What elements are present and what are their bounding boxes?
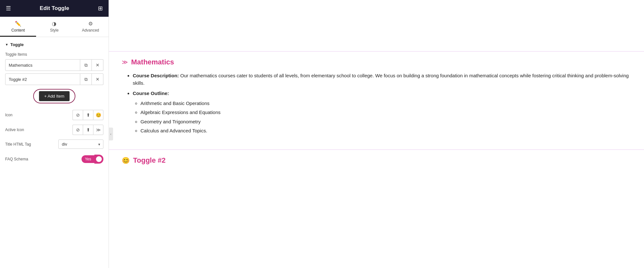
tabs-bar: ✏️ Content ◑ Style ⚙ Advanced xyxy=(0,17,109,37)
toggle-item-1-input[interactable] xyxy=(5,59,80,71)
style-tab-label: Style xyxy=(50,28,59,33)
outline-item-1: Arithmetic and Basic Operations xyxy=(140,100,631,107)
tab-advanced[interactable]: ⚙ Advanced xyxy=(72,17,109,37)
content-tab-label: Content xyxy=(11,28,25,33)
toggle2-section: 😊 Toggle #2 xyxy=(109,150,644,171)
outline-item-4: Calculus and Advanced Topics. xyxy=(140,127,631,135)
course-list: Course Description: Our mathematics cour… xyxy=(125,72,631,135)
tab-style[interactable]: ◑ Style xyxy=(36,17,72,37)
toggle2-icon: 😊 xyxy=(122,157,130,164)
title-html-tag-label: Title HTML Tag xyxy=(5,142,58,147)
hamburger-icon[interactable]: ☰ xyxy=(6,5,11,12)
course-description-label: Course Description: xyxy=(133,73,179,78)
mathematics-header[interactable]: ≫ Mathematics xyxy=(122,58,631,66)
mathematics-icon: ≫ xyxy=(122,59,128,66)
faq-schema-label: FAQ Schema xyxy=(5,157,82,161)
content-tab-icon: ✏️ xyxy=(15,21,21,27)
active-icon-controls: ⊘ ⬆ ≫ xyxy=(72,125,103,135)
faq-schema-toggle[interactable]: Yes xyxy=(82,155,103,164)
faq-schema-knob xyxy=(94,155,103,164)
sidebar-content: ▼ Toggle Toggle Items ⧉ ✕ ⧉ ✕ + Add Item… xyxy=(0,37,109,268)
toggle-item-1-copy[interactable]: ⧉ xyxy=(80,59,92,71)
toggle-item-2-delete[interactable]: ✕ xyxy=(92,73,103,85)
toggle-item-2-copy[interactable]: ⧉ xyxy=(80,73,92,85)
add-item-circle-outline: + Add Item xyxy=(33,89,75,103)
grid-icon[interactable]: ⊞ xyxy=(98,5,103,12)
icon-label: Icon xyxy=(5,113,72,117)
course-outline-item: Course Outline: Arithmetic and Basic Ope… xyxy=(133,90,631,135)
icon-emoji-btn[interactable]: 😊 xyxy=(93,110,103,120)
main-content: ≫ Mathematics Course Description: Our ma… xyxy=(109,0,644,268)
faq-schema-circle xyxy=(96,156,102,162)
toggle-item-2: ⧉ ✕ xyxy=(5,73,103,85)
faq-schema-yes-label: Yes xyxy=(82,155,94,163)
toggle-items-label: Toggle Items xyxy=(5,52,103,57)
advanced-tab-icon: ⚙ xyxy=(88,21,93,27)
faq-schema-row: FAQ Schema Yes xyxy=(5,155,103,164)
sidebar-title: Edit Toggle xyxy=(40,5,69,12)
toggle-section-header[interactable]: ▼ Toggle xyxy=(5,42,103,47)
course-outline-label: Course Outline: xyxy=(133,91,169,96)
tab-content[interactable]: ✏️ Content xyxy=(0,17,36,37)
section-title: Toggle xyxy=(10,42,24,47)
outline-sub-list: Arithmetic and Basic Operations Algebrai… xyxy=(133,100,631,135)
toggle-item-1: ⧉ ✕ xyxy=(5,59,103,71)
outline-item-3: Geometry and Trigonometry xyxy=(140,118,631,126)
toggle-item-2-input[interactable] xyxy=(5,73,80,85)
add-item-button[interactable]: + Add Item xyxy=(39,91,70,101)
mathematics-title: Mathematics xyxy=(131,58,174,66)
active-icon-clear-btn[interactable]: ⊘ xyxy=(72,125,83,135)
add-item-wrapper: + Add Item xyxy=(5,89,103,103)
section-collapse-arrow: ▼ xyxy=(5,43,8,46)
course-description-item: Course Description: Our mathematics cour… xyxy=(133,72,631,87)
advanced-tab-label: Advanced xyxy=(82,28,99,33)
course-description-text: Our mathematics courses cater to student… xyxy=(133,73,629,86)
icon-controls: ⊘ ⬆ 😊 xyxy=(72,110,103,120)
toggle2-title: Toggle #2 xyxy=(133,156,166,165)
sidebar: ☰ Edit Toggle ⊞ ✏️ Content ◑ Style ⚙ Adv… xyxy=(0,0,109,268)
mathematics-section: ≫ Mathematics Course Description: Our ma… xyxy=(109,52,644,150)
toggle2-header[interactable]: 😊 Toggle #2 xyxy=(122,156,631,165)
main-top-space xyxy=(109,0,644,52)
active-icon-arrows-btn[interactable]: ≫ xyxy=(93,125,103,135)
sidebar-collapse-tab[interactable]: ‹ xyxy=(109,128,113,140)
sidebar-header: ☰ Edit Toggle ⊞ xyxy=(0,0,109,17)
active-icon-upload-btn[interactable]: ⬆ xyxy=(83,125,93,135)
toggle-item-1-delete[interactable]: ✕ xyxy=(92,59,103,71)
outline-item-2: Algebraic Expressions and Equations xyxy=(140,109,631,116)
active-icon-row: Active Icon ⊘ ⬆ ≫ xyxy=(5,125,103,135)
icon-upload-btn[interactable]: ⬆ xyxy=(83,110,93,120)
icon-clear-btn[interactable]: ⊘ xyxy=(72,110,83,120)
icon-row: Icon ⊘ ⬆ 😊 xyxy=(5,110,103,120)
mathematics-content: Course Description: Our mathematics cour… xyxy=(122,72,631,135)
active-icon-label: Active Icon xyxy=(5,128,72,132)
title-html-tag-wrapper: div h1 h2 h3 h4 h5 h6 p span xyxy=(58,139,103,149)
title-html-tag-row: Title HTML Tag div h1 h2 h3 h4 h5 h6 p s… xyxy=(5,139,103,149)
title-html-tag-select[interactable]: div h1 h2 h3 h4 h5 h6 p span xyxy=(58,139,103,149)
style-tab-icon: ◑ xyxy=(52,21,56,27)
